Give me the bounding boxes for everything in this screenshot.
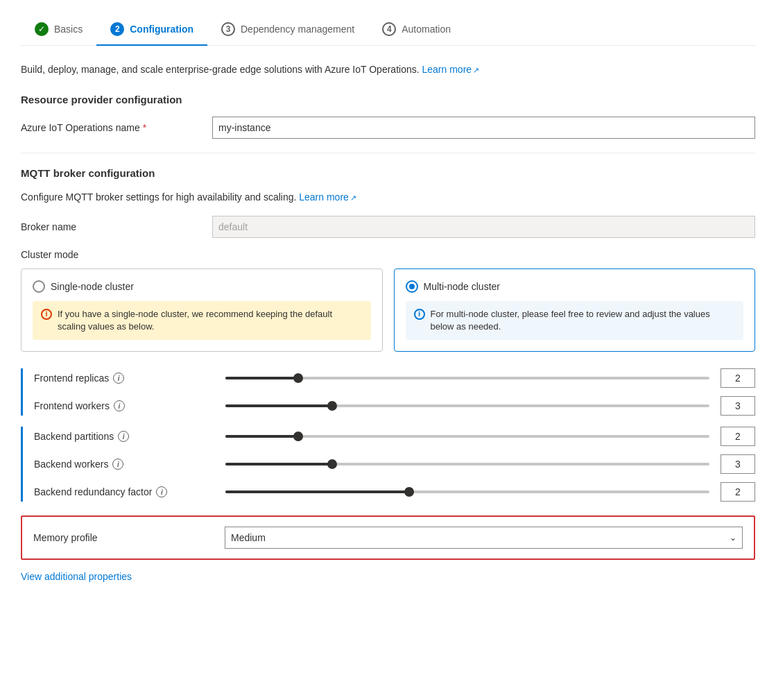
tab-dependency-management[interactable]: 3 Dependency management [207,14,368,46]
frontend-slider-group: Frontend replicas i 2 Frontend workers i [21,368,755,416]
single-node-info-icon: i [41,309,52,320]
single-node-label: Single-node cluster [51,281,134,292]
backend-redundancy-value: 2 [721,482,755,502]
tab-basics-label: Basics [54,24,83,35]
single-node-info-text: If you have a single-node cluster, we re… [58,308,363,333]
backend-workers-row: Backend workers i 3 [34,454,755,474]
backend-partitions-row: Backend partitions i 2 [34,427,755,446]
tab-automation[interactable]: 4 Automation [368,14,465,46]
backend-redundancy-info-icon[interactable]: i [156,486,167,497]
divider-1 [21,153,755,153]
mqtt-broker-description: Configure MQTT broker settings for high … [21,190,755,205]
single-node-info-box: i If you have a single-node cluster, we … [33,301,371,340]
backend-workers-slider-container[interactable] [225,463,709,466]
frontend-replicas-value: 2 [721,368,755,388]
page-description: Build, deploy, manage, and scale enterpr… [21,62,755,77]
multi-node-info-box: i For multi-node cluster, please feel fr… [406,301,744,340]
multi-node-radio-inner [409,284,415,289]
memory-profile-chevron-icon: ⌄ [730,533,736,543]
backend-slider-group: Backend partitions i 2 Backend workers i [21,427,755,502]
tab-bar: ✓ Basics 2 Configuration 3 Dependency ma… [21,14,755,46]
backend-redundancy-fill [225,490,409,493]
backend-workers-info-icon[interactable]: i [112,459,123,470]
backend-workers-label: Backend workers i [34,459,214,470]
backend-workers-value: 3 [721,454,755,474]
backend-redundancy-slider-container[interactable] [225,490,709,493]
frontend-workers-label: Frontend workers i [34,400,214,411]
basics-check-icon: ✓ [35,22,49,36]
backend-partitions-slider-container[interactable] [225,435,709,438]
multi-node-info-icon: i [414,309,425,320]
backend-workers-fill [225,463,332,466]
backend-redundancy-track [225,490,709,493]
tab-basics[interactable]: ✓ Basics [21,14,96,46]
memory-profile-label: Memory profile [33,532,214,543]
backend-workers-track [225,463,709,466]
automation-number: 4 [382,22,396,36]
resource-provider-section-title: Resource provider configuration [21,94,755,105]
single-node-card-header: Single-node cluster [33,280,371,293]
frontend-replicas-label: Frontend replicas i [34,373,214,384]
broker-name-label: Broker name [21,221,201,232]
cluster-mode-label: Cluster mode [21,249,755,260]
mqtt-learn-more-link[interactable]: Learn more [299,191,356,203]
backend-redundancy-label: Backend redundancy factor i [34,486,214,497]
frontend-replicas-track [225,377,709,379]
backend-partitions-fill [225,435,298,438]
frontend-workers-track [225,404,709,407]
tab-configuration-label: Configuration [130,24,193,35]
backend-partitions-value: 2 [721,427,755,446]
single-node-card[interactable]: Single-node cluster i If you have a sing… [21,268,383,352]
multi-node-radio[interactable] [406,280,418,293]
iot-operations-name-input[interactable] [212,117,755,139]
memory-profile-section: Memory profile Medium ⌄ [21,515,755,560]
view-additional-properties-link[interactable]: View additional properties [21,571,132,582]
multi-node-label: Multi-node cluster [424,281,501,292]
frontend-replicas-thumb [293,373,303,383]
frontend-replicas-fill [225,377,298,379]
iot-operations-name-row: Azure IoT Operations name * [21,117,755,139]
frontend-replicas-info-icon[interactable]: i [113,373,124,384]
frontend-replicas-row: Frontend replicas i 2 [34,368,755,388]
multi-node-card[interactable]: Multi-node cluster i For multi-node clus… [394,268,756,352]
frontend-workers-value: 3 [721,396,755,416]
configuration-number: 2 [110,22,124,36]
dependency-number: 3 [221,22,235,36]
multi-node-card-header: Multi-node cluster [406,280,744,293]
backend-workers-thumb [327,459,337,469]
tab-dependency-label: Dependency management [241,24,354,35]
mqtt-broker-section: MQTT broker configuration Configure MQTT… [21,167,755,352]
memory-profile-row: Memory profile Medium ⌄ [33,527,743,549]
broker-name-input [212,216,755,238]
description-learn-more-link[interactable]: Learn more [422,64,480,75]
broker-name-row: Broker name [21,216,755,238]
tab-automation-label: Automation [402,24,451,35]
required-star: * [143,122,146,133]
single-node-radio[interactable] [33,280,45,293]
backend-partitions-thumb [293,432,303,441]
frontend-workers-info-icon[interactable]: i [114,400,125,411]
backend-partitions-track [225,435,709,438]
memory-profile-dropdown[interactable]: Medium ⌄ [225,527,743,549]
memory-profile-value: Medium [231,532,266,543]
backend-redundancy-row: Backend redundancy factor i 2 [34,482,755,502]
cluster-cards: Single-node cluster i If you have a sing… [21,268,755,352]
backend-redundancy-thumb [404,487,414,497]
backend-partitions-label: Backend partitions i [34,431,214,442]
iot-operations-name-label: Azure IoT Operations name * [21,122,201,133]
tab-configuration[interactable]: 2 Configuration [96,14,207,46]
sliders-section: Frontend replicas i 2 Frontend workers i [21,368,755,502]
frontend-workers-slider-container[interactable] [225,404,709,407]
frontend-workers-thumb [327,401,337,411]
backend-partitions-info-icon[interactable]: i [118,431,129,442]
frontend-replicas-slider-container[interactable] [225,377,709,379]
frontend-workers-fill [225,404,332,407]
multi-node-info-text: For multi-node cluster, please feel free… [431,308,736,333]
frontend-workers-row: Frontend workers i 3 [34,396,755,416]
mqtt-broker-title: MQTT broker configuration [21,167,755,179]
